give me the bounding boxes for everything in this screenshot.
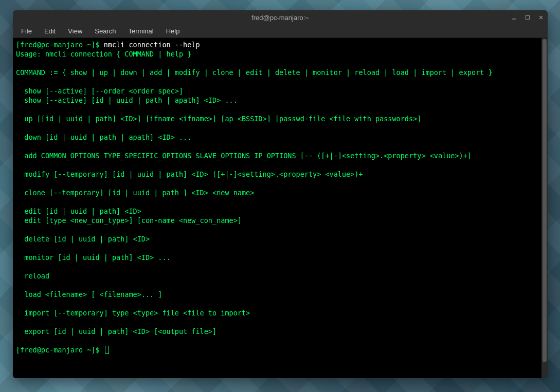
window-title: fred@pc-manjaro:~ [251,14,309,22]
menu-file[interactable]: File [16,26,37,36]
titlebar[interactable]: fred@pc-manjaro:~ [13,10,548,25]
output-line: edit [id | uuid | path] <ID> [16,207,141,215]
menu-edit[interactable]: Edit [39,26,61,36]
output-line: add COMMON_OPTIONS TYPE_SPECIFIC_OPTIONS… [16,152,472,160]
output-line: show [--active] [--order <order spec>] [16,87,183,95]
scrollbar[interactable] [541,38,548,378]
output-line: export [id | uuid | path] <ID> [<output … [16,327,216,335]
prompt-1: [fred@pc-manjaro ~]$ [16,41,104,49]
maximize-button[interactable] [524,14,531,21]
menubar: File Edit View Search Terminal Help [13,25,548,38]
output-line: load <filename> [ <filename>... ] [16,290,162,298]
prompt-line-1: [fred@pc-manjaro ~]$ nmcli connection --… [16,41,200,49]
output-line: down [id | uuid | path | apath] <ID> ... [16,133,191,141]
terminal-window: fred@pc-manjaro:~ File Edit View Search … [13,10,548,378]
menu-terminal[interactable]: Terminal [123,26,159,36]
terminal-area[interactable]: [fred@pc-manjaro ~]$ nmcli connection --… [13,38,548,378]
menu-help[interactable]: Help [161,26,185,36]
output-line: edit [type <new_con_type>] [con-name <ne… [16,216,242,225]
output-line: modify [--temporary] [id | uuid | path] … [16,170,363,178]
window-controls [511,10,545,25]
output-line: reload [16,272,49,280]
prompt-line-2: [fred@pc-manjaro ~]$ [16,346,109,354]
output-line: Usage: nmcli connection { COMMAND | help… [16,50,191,58]
close-button[interactable] [537,14,545,21]
cursor-icon [105,346,109,354]
output-line: monitor [id | uuid | path] <ID> ... [16,253,171,262]
menu-view[interactable]: View [63,26,87,36]
output-line: up [[id | uuid | path] <ID>] [ifname <if… [16,115,421,123]
minimize-button[interactable] [511,14,518,21]
prompt-2: [fred@pc-manjaro ~]$ [16,346,104,354]
svg-rect-1 [526,16,530,20]
output-line: COMMAND := { show | up | down | add | mo… [16,68,493,77]
output-line: clone [--temporary] [id | uuid | path ] … [16,189,254,197]
output-line: show [--active] [id | uuid | path | apat… [16,96,238,104]
menu-search[interactable]: Search [89,26,121,36]
command-1: nmcli connection --help [104,41,200,49]
output-line: delete [id | uuid | path] <ID> [16,235,150,243]
scrollbar-thumb[interactable] [543,39,547,362]
output-line: import [--temporary] type <type> file <f… [16,309,250,317]
